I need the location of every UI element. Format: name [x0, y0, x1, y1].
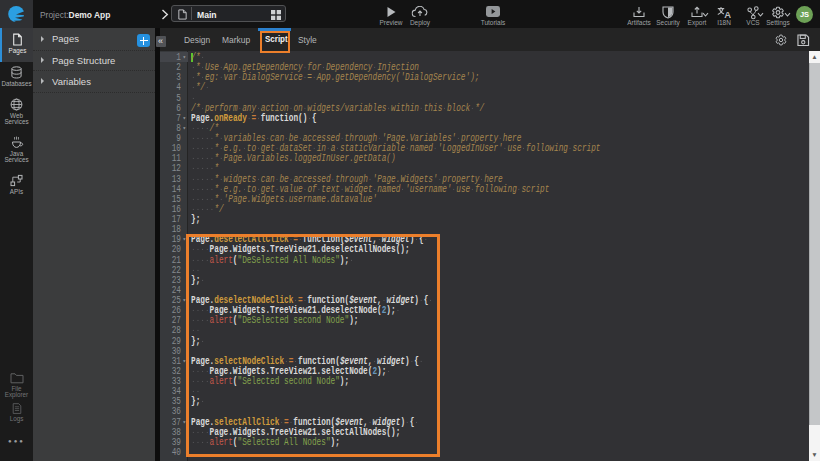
svg-text:A: A	[724, 9, 731, 19]
